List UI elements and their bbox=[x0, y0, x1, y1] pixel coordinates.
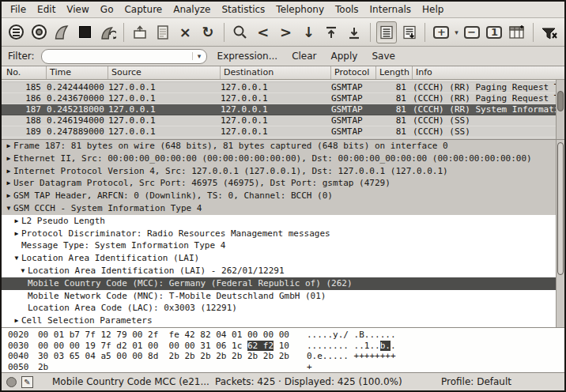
close-file-button[interactable]: × bbox=[175, 21, 195, 43]
normal-size-icon: 1 bbox=[486, 26, 502, 39]
column-header-length[interactable]: Length bbox=[376, 66, 413, 79]
detail-lac[interactable]: Location Area Code (LAC): 0x3003 (12291) bbox=[2, 302, 556, 315]
detail-lai[interactable]: ▼Location Area Identification (LAI) bbox=[2, 252, 556, 265]
detail-mnc[interactable]: Mobile Network Code (MNC): T-Mobile Deut… bbox=[2, 290, 556, 303]
list-interfaces-button[interactable] bbox=[6, 21, 27, 43]
detail-gsmtap[interactable]: ▶GSM TAP Header, ARFCN: 0 (Downlink), TS… bbox=[2, 190, 556, 202]
menu-tools[interactable]: Tools bbox=[330, 2, 364, 17]
detail-gsm-ccch[interactable]: ▼GSM CCCH - System Information Type 4 bbox=[2, 202, 556, 215]
table-row-189[interactable]: 189 0.247889000 127.0.0.1 127.0.0.1 GSMT… bbox=[2, 126, 556, 138]
expand-icon[interactable]: ▶ bbox=[4, 190, 13, 202]
menu-edit[interactable]: Edit bbox=[32, 2, 61, 17]
filter-input[interactable] bbox=[42, 51, 192, 62]
table-row-187-selected[interactable]: 187 0.245218000 127.0.0.1 127.0.0.1 GSMT… bbox=[2, 104, 556, 115]
table-row-188[interactable]: 188 0.246194000 127.0.0.1 127.0.0.1 GSMT… bbox=[2, 115, 556, 126]
menu-telephony[interactable]: Telephony bbox=[270, 2, 330, 17]
detail-message-type[interactable]: Message Type: System Information Type 4 bbox=[2, 239, 556, 252]
menu-capture[interactable]: Capture bbox=[119, 2, 168, 17]
detail-ethernet[interactable]: ▶Ethernet II, Src: 00:00:00_00:00:00 (00… bbox=[2, 153, 556, 165]
toolbar-separator bbox=[533, 23, 534, 42]
expert-info-icon[interactable] bbox=[6, 377, 17, 387]
capture-options-button[interactable] bbox=[29, 21, 50, 43]
cell-source: 127.0.0.1 bbox=[108, 93, 221, 104]
packet-list-scroll-thumb[interactable] bbox=[557, 91, 564, 111]
find-packet-button[interactable] bbox=[230, 21, 251, 43]
menu-help[interactable]: Help bbox=[417, 2, 449, 17]
normal-size-button[interactable]: 1 bbox=[485, 21, 505, 43]
detail-udp[interactable]: ▶User Datagram Protocol, Src Port: 46975… bbox=[2, 177, 556, 190]
packet-list-scrollbar[interactable] bbox=[556, 80, 564, 139]
hex-row-0020[interactable]: 002000 01 b7 7f 12 79 00 2f fe 42 82 04 … bbox=[8, 330, 564, 341]
collapse-icon[interactable]: ▼ bbox=[4, 202, 13, 215]
go-to-bottom-button[interactable] bbox=[344, 21, 364, 43]
menu-statistics[interactable]: Statistics bbox=[216, 2, 270, 17]
cell-no: 185 bbox=[2, 82, 47, 92]
detail-ip[interactable]: ▶Internet Protocol Version 4, Src: 127.0… bbox=[2, 165, 556, 178]
column-header-destination[interactable]: Destination bbox=[221, 66, 331, 79]
go-forward-button[interactable]: > bbox=[276, 21, 296, 43]
table-row-185[interactable]: 185 0.242444000 127.0.0.1 127.0.0.1 GSMT… bbox=[2, 82, 556, 93]
reload-file-button[interactable]: ↻ bbox=[198, 21, 218, 43]
table-row-186[interactable]: 186 0.243670000 127.0.0.1 127.0.0.1 GSMT… bbox=[2, 93, 556, 104]
resize-columns-button[interactable] bbox=[507, 21, 527, 43]
details-scrollbar[interactable] bbox=[556, 140, 564, 327]
collapse-icon[interactable]: ▼ bbox=[12, 252, 21, 265]
column-header-source[interactable]: Source bbox=[108, 66, 221, 79]
filter-dropdown-icon[interactable]: ▾ bbox=[192, 52, 206, 60]
restart-capture-button[interactable] bbox=[97, 21, 118, 43]
zoom-in-button[interactable]: + bbox=[431, 21, 451, 43]
column-header-info[interactable]: Info bbox=[413, 66, 564, 79]
apply-button[interactable]: Apply bbox=[327, 49, 362, 63]
detail-frame[interactable]: ▶Frame 187: 81 bytes on wire (648 bits),… bbox=[2, 140, 556, 153]
toolbar-separator bbox=[424, 23, 425, 42]
stop-capture-button[interactable] bbox=[74, 21, 95, 43]
save-file-button[interactable] bbox=[153, 21, 173, 43]
column-header-no[interactable]: No. bbox=[2, 66, 47, 79]
expand-icon[interactable]: ▶ bbox=[4, 165, 13, 178]
hex-ascii: 0.e..... ++++++++ bbox=[307, 351, 396, 362]
expand-icon[interactable]: ▶ bbox=[12, 315, 21, 327]
cell-protocol: GSMTAP bbox=[331, 126, 376, 137]
go-to-packet-button[interactable]: ↓ bbox=[298, 21, 319, 43]
details-scroll-thumb[interactable] bbox=[557, 142, 564, 275]
colorize-list-button[interactable] bbox=[376, 21, 397, 43]
menu-go[interactable]: Go bbox=[95, 2, 119, 17]
expression-button[interactable]: Expression... bbox=[213, 49, 282, 63]
expand-icon[interactable]: ▶ bbox=[12, 228, 21, 240]
clear-button[interactable]: Clear bbox=[288, 49, 320, 63]
go-back-button[interactable]: < bbox=[253, 21, 274, 43]
expand-icon[interactable]: ▶ bbox=[4, 177, 13, 190]
collapse-icon[interactable]: ▼ bbox=[18, 265, 28, 277]
detail-cell-selection[interactable]: ▶Cell Selection Parameters bbox=[2, 315, 556, 327]
save-button[interactable]: Save bbox=[368, 49, 398, 63]
auto-scroll-button[interactable] bbox=[399, 21, 420, 43]
open-file-button[interactable] bbox=[130, 21, 150, 43]
cell-time: 0.245218000 bbox=[47, 104, 108, 115]
hex-row-0050[interactable]: 00502b+ bbox=[8, 362, 564, 373]
expand-icon[interactable]: ▶ bbox=[4, 153, 13, 165]
detail-lai-value[interactable]: ▼Location Area Identification (LAI) - 26… bbox=[2, 265, 556, 277]
capture-comment-icon[interactable]: ✎ bbox=[21, 376, 33, 388]
menu-internals[interactable]: Internals bbox=[364, 2, 417, 17]
expand-icon[interactable]: ▶ bbox=[4, 140, 13, 153]
detail-mcc-selected[interactable]: Mobile Country Code (MCC): Germany (Fede… bbox=[2, 277, 556, 290]
column-header-time[interactable]: Time bbox=[47, 66, 108, 79]
column-header-protocol[interactable]: Protocol bbox=[331, 66, 376, 79]
menu-view[interactable]: View bbox=[61, 2, 94, 17]
zoom-dropdown-caret-icon[interactable]: ▾ bbox=[455, 28, 458, 36]
menu-file[interactable]: File bbox=[5, 2, 32, 17]
start-capture-button[interactable] bbox=[52, 21, 73, 43]
zoom-out-icon: − bbox=[464, 26, 480, 39]
menu-analyze[interactable]: Analyze bbox=[168, 2, 216, 17]
hex-row-0030[interactable]: 003000 00 00 19 7f d2 01 00 00 00 31 06 … bbox=[8, 341, 564, 352]
status-profile[interactable]: Profile: Default bbox=[441, 376, 511, 387]
expand-icon[interactable]: ▶ bbox=[12, 215, 21, 228]
cell-length: 81 bbox=[376, 104, 413, 115]
detail-text: Location Area Identification (LAI) - 262… bbox=[28, 265, 285, 277]
go-to-top-button[interactable] bbox=[321, 21, 341, 43]
hex-row-0040[interactable]: 004030 03 65 04 a5 00 00 8d 2b 2b 2b 2b … bbox=[8, 351, 564, 362]
detail-protocol-discriminator[interactable]: ▶Protocol Discriminator: Radio Resources… bbox=[2, 228, 556, 240]
capture-filters-button[interactable] bbox=[539, 21, 560, 43]
zoom-out-button[interactable]: − bbox=[462, 21, 482, 43]
detail-l2-pseudo-length[interactable]: ▶L2 Pseudo Length bbox=[2, 215, 556, 228]
